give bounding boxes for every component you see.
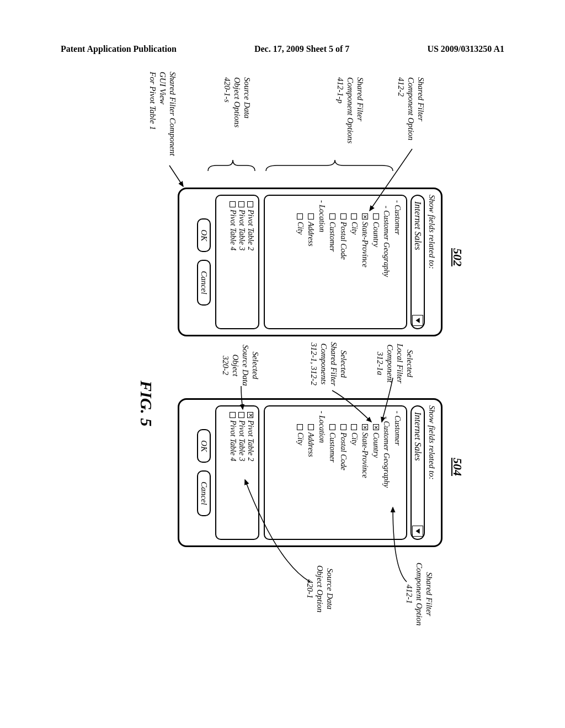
callout-sdo-420-1s: Source Data Object Options 420-1-s: [222, 77, 252, 127]
tree-city[interactable]: City: [349, 200, 360, 324]
checkbox-checked-icon: ✕: [248, 412, 254, 418]
related-to-dropdown[interactable]: Internet Sales: [411, 405, 425, 540]
callout-sdo-420-1: Source Data Object Option 420-1: [305, 565, 335, 612]
dialog-title: Show fields related to:: [427, 195, 436, 329]
ok-button[interactable]: OK: [197, 218, 211, 252]
header-center: Dec. 17, 2009 Sheet 5 of 7: [254, 44, 349, 54]
checkbox-checked-icon: ✕: [362, 213, 368, 220]
panel-504: Show fields related to: Internet Sales -…: [178, 398, 443, 547]
pivot-3[interactable]: Pivot Table 3: [237, 201, 246, 323]
checkbox-icon: [239, 201, 245, 207]
dropdown-arrow-icon[interactable]: [412, 526, 423, 537]
tree-state-province[interactable]: ✕State-Province: [360, 200, 371, 324]
checkbox-checked-icon: ✕: [373, 424, 379, 430]
checkbox-icon: [230, 412, 236, 418]
panel-502: Show fields related to: Internet Sales -…: [178, 188, 443, 336]
cancel-button[interactable]: Cancel: [197, 260, 211, 306]
checkbox-icon: [340, 424, 347, 430]
pivot-list: ✕Pivot Table 2 Pivot Table 3 Pivot Table…: [215, 405, 259, 540]
pivot-4[interactable]: Pivot Table 4: [228, 201, 237, 323]
ref-504: 504: [450, 458, 465, 476]
fields-tree: - Customer - Customer Geography ✕Country…: [264, 405, 407, 540]
ref-502: 502: [450, 248, 465, 266]
cancel-button[interactable]: Cancel: [197, 470, 211, 516]
tree-address[interactable]: Address: [306, 411, 317, 534]
checkbox-icon: [329, 213, 335, 220]
checkbox-icon: [297, 424, 303, 430]
tree-customer-leaf[interactable]: Customer: [327, 200, 338, 324]
tree-customer-geo: - Customer Geography: [381, 200, 392, 324]
tree-customer: - Customer: [392, 200, 403, 324]
dropdown-arrow-icon[interactable]: [412, 315, 423, 326]
dropdown-value: Internet Sales: [413, 412, 423, 461]
svg-marker-0: [415, 318, 419, 323]
pivot-4[interactable]: Pivot Table 4: [228, 412, 237, 533]
tree-country[interactable]: Country: [370, 200, 381, 324]
header-left: Patent Application Publication: [61, 44, 177, 54]
checkbox-icon: [351, 213, 357, 220]
tree-location: - Location: [316, 200, 327, 324]
checkbox-checked-icon: ✕: [362, 424, 368, 430]
tree-state-province[interactable]: ✕State-Province: [360, 411, 371, 534]
tree-postal-code[interactable]: Postal Code: [338, 200, 349, 324]
callout-sel-local: Selected Local Filter Component 312-1a: [375, 344, 415, 383]
callout-sel-shared: Selected Shared Filter Components 312-1,…: [309, 342, 349, 386]
checkbox-icon: [373, 213, 379, 220]
callout-sel-source: Selected Source Data Object 320-2: [221, 345, 260, 386]
header-right: US 2009/0313250 A1: [427, 44, 504, 54]
checkbox-icon: [340, 213, 347, 220]
page-header: Patent Application Publication Dec. 17, …: [0, 0, 565, 54]
tree-city2[interactable]: City: [295, 411, 306, 534]
callout-sfco-412-1: Shared Filter Component Option 412-1: [404, 563, 434, 626]
tree-city[interactable]: City: [349, 411, 360, 534]
checkbox-icon: [351, 424, 357, 430]
ok-button[interactable]: OK: [197, 429, 211, 463]
tree-address[interactable]: Address: [306, 200, 317, 324]
tree-customer-leaf[interactable]: Customer: [327, 411, 338, 534]
svg-line-3: [169, 165, 183, 186]
checkbox-icon: [329, 424, 335, 430]
dropdown-value: Internet Sales: [413, 201, 423, 250]
tree-postal-code[interactable]: Postal Code: [338, 411, 349, 534]
related-to-dropdown[interactable]: Internet Sales: [411, 195, 425, 329]
tree-customer: - Customer: [392, 411, 403, 534]
tree-country[interactable]: ✕Country: [370, 411, 381, 534]
pivot-2[interactable]: Pivot Table 2: [246, 201, 255, 323]
tree-city2[interactable]: City: [295, 200, 306, 324]
dialog-title: Show fields related to:: [427, 405, 436, 540]
tree-customer-geo: - Customer Geography: [381, 411, 392, 534]
figure-5-diagram: 502 504 Show fields related to: Internet…: [89, 61, 476, 667]
checkbox-icon: [230, 201, 236, 207]
callout-sfco-412-2: Shared Filter Component Option 412-2: [396, 77, 426, 141]
checkbox-icon: [308, 424, 314, 430]
callout-sfc-gui: Shared Filter Component GUI View For Piv…: [148, 72, 178, 156]
checkbox-icon: [239, 412, 245, 418]
checkbox-icon: [297, 213, 303, 220]
pivot-list: Pivot Table 2 Pivot Table 3 Pivot Table …: [215, 195, 259, 329]
figure-label: FIG. 5: [137, 381, 156, 426]
tree-location: - Location: [316, 411, 327, 534]
callout-sfco-412-1p: Shared Filter Component Options 412-1-p: [335, 77, 365, 143]
pivot-3[interactable]: Pivot Table 3: [237, 412, 246, 533]
pivot-2[interactable]: ✕Pivot Table 2: [246, 412, 255, 533]
checkbox-icon: [248, 201, 254, 207]
checkbox-icon: [308, 213, 314, 220]
svg-marker-1: [415, 528, 419, 534]
fields-tree: - Customer - Customer Geography Country …: [264, 195, 407, 329]
